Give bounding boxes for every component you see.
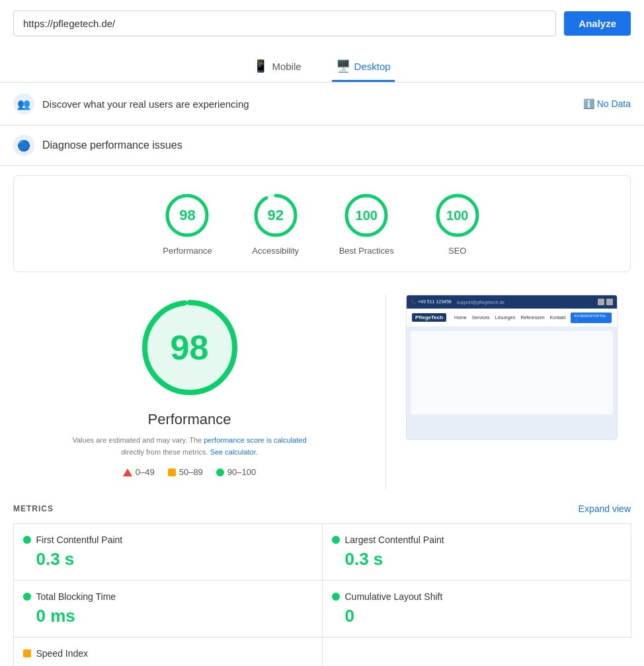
preview-phone: 📞 +49 511 123456 (411, 299, 452, 305)
metric-tbt-name: Total Blocking Time (36, 591, 116, 602)
big-score-label: Performance (148, 411, 231, 428)
discover-icon: 👥 (13, 93, 34, 114)
pass-icon (216, 468, 224, 476)
legend-average-label: 50–89 (179, 467, 203, 477)
metric-cls-value: 0 (332, 606, 622, 626)
metric-fcp-value: 0.3 s (23, 549, 313, 570)
metric-tbt-value: 0 ms (23, 606, 313, 626)
metric-fcp-name-row: First Contentful Paint (23, 535, 313, 545)
desktop-icon: 🖥️ (336, 59, 350, 73)
metric-cls: Cumulative Layout Shift 0 (322, 580, 631, 638)
metric-cls-name: Cumulative Layout Shift (345, 591, 443, 602)
metric-tbt-dot (23, 593, 31, 601)
mobile-icon: 📱 (253, 59, 268, 73)
preview-icon2 (606, 299, 613, 305)
score-label-accessibility: Accessibility (252, 246, 299, 256)
metric-lcp-dot (332, 536, 340, 544)
diagnose-icon: 🔵 (13, 135, 34, 156)
tab-mobile[interactable]: 📱 Mobile (249, 52, 305, 82)
tab-desktop-label: Desktop (354, 61, 391, 72)
average-icon (168, 468, 176, 476)
legend-row: 0–49 50–89 90–100 (123, 467, 256, 477)
no-data-button[interactable]: ℹ️ No Data (583, 98, 631, 109)
metric-cls-dot (332, 593, 340, 601)
preview-icon1 (598, 299, 604, 305)
metric-fcp-name: First Contentful Paint (36, 535, 123, 545)
disclaimer-text: Values are estimated and may vary. The p… (64, 435, 315, 458)
metric-lcp: Largest Contentful Paint 0.3 s (322, 523, 631, 581)
score-accessibility[interactable]: 92 Accessibility (252, 192, 300, 256)
info-icon: ℹ️ (583, 98, 594, 109)
scores-panel: 98 Performance 92 Accessibility (13, 175, 631, 272)
legend-fail: 0–49 (123, 467, 155, 477)
metrics-section: METRICS Expand view First Contentful Pai… (0, 503, 644, 666)
score-seo[interactable]: 100 SEO (434, 192, 481, 256)
score-performance[interactable]: 98 Performance (163, 192, 212, 256)
metric-fcp: First Contentful Paint 0.3 s (13, 523, 323, 581)
metric-tbt-name-row: Total Blocking Time (23, 591, 313, 602)
score-num-accessibility: 92 (267, 207, 283, 224)
score-label-seo: SEO (448, 246, 466, 256)
main-panel: 98 Performance Values are estimated and … (0, 281, 644, 503)
diagnose-text: Diagnose performance issues (42, 139, 182, 151)
big-score-num: 98 (171, 328, 209, 367)
performance-score-link[interactable]: performance score is calculated (204, 436, 306, 444)
metrics-header: METRICS Expand view (13, 503, 631, 514)
preview-cta: KUNDENPORTAL → (571, 313, 612, 323)
preview-nav1: Home (454, 315, 467, 320)
preview-logo: PflegeTech (412, 313, 446, 322)
fail-icon (123, 468, 132, 476)
score-circle-seo: 100 (434, 192, 481, 239)
preview-nav5: Kontakt (550, 315, 566, 320)
site-preview: 📞 +49 511 123456 support@pflegetech.de P… (406, 295, 618, 440)
analyze-button[interactable]: Analyze (564, 11, 631, 36)
metric-fcp-dot (23, 536, 31, 544)
url-bar-row: Analyze (0, 0, 644, 47)
preview-email: support@pflegetech.de (457, 300, 505, 305)
scores-row: 98 Performance 92 Accessibility (27, 192, 617, 256)
discover-row: 👥 Discover what your real users are expe… (0, 83, 644, 126)
right-panel: 📞 +49 511 123456 support@pflegetech.de P… (406, 295, 631, 490)
metric-lcp-value: 0.3 s (332, 549, 622, 570)
score-best-practices[interactable]: 100 Best Practices (339, 192, 394, 256)
metrics-title: METRICS (13, 504, 54, 513)
preview-nav4: Referenzen (520, 315, 544, 320)
score-label-best-practices: Best Practices (339, 246, 394, 256)
metric-si-value: 1.6 s (23, 663, 313, 666)
tabs-row: 📱 Mobile 🖥️ Desktop (0, 47, 644, 83)
metric-tbt: Total Blocking Time 0 ms (13, 580, 323, 638)
metric-cls-name-row: Cumulative Layout Shift (332, 591, 622, 602)
tab-mobile-label: Mobile (272, 61, 301, 72)
discover-text: Discover what your real users are experi… (42, 98, 575, 110)
preview-nav2: Services (472, 315, 490, 320)
metrics-grid: First Contentful Paint 0.3 s Largest Con… (13, 523, 631, 666)
see-calculator-link[interactable]: See calculator. (210, 448, 258, 456)
left-panel: 98 Performance Values are estimated and … (13, 295, 366, 490)
legend-fail-label: 0–49 (136, 467, 155, 477)
url-input[interactable] (13, 11, 556, 36)
score-label-performance: Performance (163, 246, 212, 256)
score-num-seo: 100 (446, 208, 468, 223)
diagnose-row: 🔵 Diagnose performance issues (0, 126, 644, 166)
legend-pass: 90–100 (216, 467, 256, 477)
vertical-divider (385, 295, 386, 490)
metric-si-dot (23, 649, 31, 657)
preview-nav3: Lösungen (495, 315, 516, 320)
metric-si-name-row: Speed Index (23, 648, 313, 659)
big-score-circle: 98 (137, 295, 243, 400)
score-num-performance: 98 (179, 207, 195, 224)
metric-lcp-name: Largest Contentful Paint (345, 535, 444, 545)
metric-si-name: Speed Index (36, 648, 89, 659)
score-num-best-practices: 100 (356, 208, 378, 223)
metric-lcp-name-row: Largest Contentful Paint (332, 535, 622, 545)
metric-si: Speed Index 1.6 s (13, 637, 323, 666)
score-circle-best-practices: 100 (342, 192, 390, 239)
no-data-label: No Data (597, 98, 631, 109)
tab-desktop[interactable]: 🖥️ Desktop (332, 52, 395, 82)
legend-pass-label: 90–100 (227, 467, 256, 477)
expand-view-button[interactable]: Expand view (579, 503, 631, 514)
score-circle-accessibility: 92 (252, 192, 300, 239)
legend-average: 50–89 (168, 467, 203, 477)
score-circle-performance: 98 (163, 192, 211, 239)
